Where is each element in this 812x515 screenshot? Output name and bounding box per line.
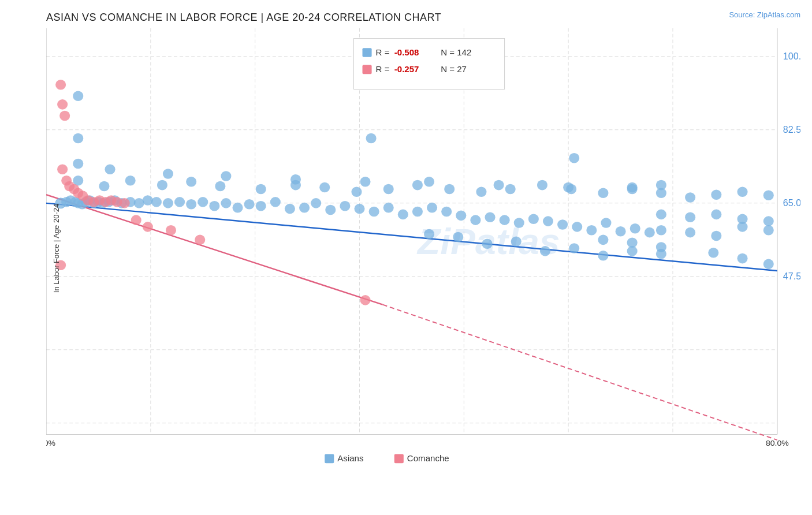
svg-point-98: [163, 169, 173, 179]
svg-point-120: [685, 192, 695, 203]
svg-point-161: [360, 295, 370, 305]
svg-point-142: [59, 111, 70, 121]
svg-point-87: [412, 180, 423, 191]
svg-point-138: [737, 253, 747, 264]
svg-rect-162: [353, 39, 504, 89]
svg-point-81: [215, 181, 225, 192]
svg-point-101: [360, 177, 370, 187]
y-axis-label: In Labor Force | Age 20-24: [52, 204, 61, 293]
svg-point-143: [57, 164, 68, 174]
chart-area: In Labor Force | Age 20-24 100.0% 82.5% …: [46, 28, 800, 468]
svg-point-89: [476, 187, 486, 197]
svg-text:R =: R =: [376, 65, 390, 74]
svg-point-82: [256, 184, 266, 195]
svg-point-71: [586, 225, 597, 236]
svg-text:82.5%: 82.5%: [783, 125, 800, 135]
svg-point-111: [656, 249, 666, 259]
svg-point-51: [299, 203, 310, 213]
svg-point-84: [319, 182, 330, 193]
svg-point-55: [354, 204, 364, 214]
svg-point-80: [186, 177, 196, 187]
svg-point-72: [601, 218, 611, 228]
svg-point-129: [656, 225, 666, 236]
svg-text:ZiPatlas: ZiPatlas: [416, 222, 560, 262]
svg-text:R =: R =: [376, 48, 390, 57]
svg-point-102: [424, 177, 434, 187]
svg-text:Comanche: Comanche: [407, 454, 449, 463]
svg-point-73: [616, 226, 626, 237]
svg-point-159: [195, 235, 205, 245]
svg-point-97: [105, 164, 115, 174]
svg-point-47: [244, 199, 255, 210]
svg-point-121: [711, 189, 721, 200]
svg-point-50: [285, 204, 295, 214]
svg-text:65.0%: 65.0%: [783, 198, 800, 208]
svg-point-158: [166, 225, 176, 236]
svg-point-108: [598, 235, 608, 245]
svg-point-39: [151, 197, 162, 207]
svg-point-58: [398, 210, 408, 220]
source-text: Source: ZipAtlas.com: [729, 10, 800, 19]
svg-point-124: [656, 210, 666, 220]
svg-point-91: [537, 180, 547, 191]
svg-point-62: [456, 211, 466, 221]
svg-rect-167: [363, 65, 372, 74]
svg-point-48: [256, 201, 266, 211]
main-chart-svg: 100.0% 82.5% 65.0% 47.5%: [46, 28, 800, 468]
svg-point-112: [627, 246, 638, 256]
svg-point-85: [351, 187, 362, 197]
svg-point-133: [763, 225, 774, 236]
svg-line-21: [383, 305, 777, 440]
svg-point-155: [120, 198, 130, 208]
svg-point-70: [572, 222, 582, 232]
svg-point-54: [340, 201, 350, 211]
svg-text:-0.257: -0.257: [394, 65, 419, 74]
svg-point-57: [383, 203, 394, 213]
svg-rect-163: [363, 48, 372, 57]
svg-point-49: [270, 197, 281, 207]
svg-point-126: [711, 210, 721, 220]
svg-point-53: [325, 205, 336, 215]
svg-line-19: [46, 203, 777, 271]
svg-point-88: [444, 184, 455, 195]
svg-text:N =  27: N = 27: [441, 65, 467, 74]
svg-point-141: [57, 99, 68, 110]
svg-point-134: [366, 133, 377, 144]
svg-point-42: [186, 199, 196, 210]
svg-point-100: [290, 174, 301, 185]
svg-point-157: [143, 222, 153, 232]
svg-point-52: [311, 198, 321, 208]
svg-point-90: [505, 184, 516, 195]
svg-point-139: [708, 248, 718, 258]
svg-rect-176: [394, 454, 404, 464]
chart-title: ASIAN VS COMANCHE IN LABOR FORCE | AGE 2…: [46, 12, 800, 24]
svg-point-156: [131, 215, 141, 225]
svg-point-77: [99, 181, 109, 192]
svg-point-113: [598, 251, 608, 261]
svg-point-43: [198, 197, 208, 207]
svg-point-46: [232, 203, 243, 213]
svg-point-60: [427, 203, 437, 213]
svg-text:-0.508: -0.508: [394, 48, 419, 57]
svg-point-114: [569, 243, 579, 253]
svg-point-106: [656, 180, 666, 191]
svg-point-86: [383, 184, 394, 195]
svg-point-78: [125, 176, 136, 186]
svg-point-40: [163, 198, 173, 208]
svg-point-74: [630, 223, 640, 234]
svg-point-137: [763, 259, 774, 270]
svg-point-131: [711, 231, 721, 241]
svg-point-104: [563, 182, 573, 193]
svg-point-135: [569, 153, 579, 163]
svg-point-38: [143, 195, 153, 206]
svg-point-122: [737, 187, 747, 197]
svg-rect-174: [325, 454, 334, 464]
svg-point-99: [221, 171, 231, 181]
svg-point-105: [627, 182, 638, 193]
svg-point-79: [157, 180, 167, 191]
svg-point-61: [441, 207, 452, 217]
svg-point-130: [685, 227, 695, 238]
svg-text:47.5%: 47.5%: [783, 271, 800, 281]
svg-point-59: [412, 207, 423, 217]
svg-point-75: [645, 227, 655, 238]
